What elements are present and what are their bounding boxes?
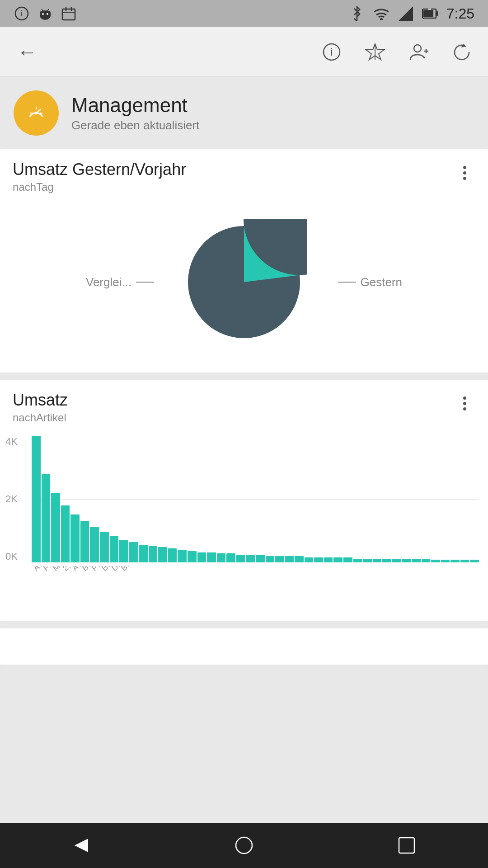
nav-recents-button[interactable] <box>389 827 425 863</box>
bar-24 <box>266 556 275 562</box>
bar-12 <box>149 546 158 562</box>
status-time: 7:25 <box>446 5 474 22</box>
bar-44 <box>460 560 469 562</box>
calendar-status-icon <box>61 5 77 22</box>
x-label-35 <box>373 566 382 602</box>
x-label-14 <box>168 566 177 602</box>
bar-22 <box>246 555 255 562</box>
favorite-action-button[interactable] <box>362 39 388 65</box>
battery-icon <box>422 5 438 22</box>
x-label-19 <box>217 566 226 602</box>
card-1-title-group: Umsatz Gestern/Vorjahr nachTag <box>13 160 186 193</box>
bar-chart-container: 4K 2K 0K Al...Fr...Me...2 Ba...Altd....B… <box>0 431 488 621</box>
bar-chart-inner: 4K 2K 0K <box>32 436 479 562</box>
x-label-44 <box>460 566 469 602</box>
bar-2 <box>51 493 60 562</box>
bar-19 <box>217 553 226 562</box>
x-label-43 <box>450 566 460 602</box>
bar-6 <box>90 527 99 562</box>
bar-15 <box>178 550 187 562</box>
x-label-27 <box>295 566 304 602</box>
x-label-20 <box>226 566 235 602</box>
add-person-action-button[interactable] <box>406 39 431 65</box>
app-bar-left: ← <box>14 38 41 66</box>
nav-home-button[interactable] <box>226 827 262 863</box>
bar-11 <box>139 545 148 562</box>
info-action-button[interactable]: i <box>319 39 344 65</box>
x-label-37 <box>392 566 401 602</box>
bluetooth-icon <box>349 5 365 22</box>
more-dots-icon-2 <box>463 396 466 410</box>
bar-32 <box>343 557 352 562</box>
x-label-45 <box>470 566 479 602</box>
bar-38 <box>402 559 411 562</box>
x-label-29 <box>314 566 323 602</box>
svg-point-14 <box>380 18 383 20</box>
page-title: Management <box>71 94 199 117</box>
card-2-subtitle: nachArtikel <box>13 411 68 424</box>
y-axis: 4K 2K 0K <box>5 436 18 562</box>
card-2-title: Umsatz <box>13 391 68 410</box>
bar-28 <box>305 557 314 562</box>
app-bar: ← i <box>0 27 488 77</box>
nav-back-button[interactable] <box>63 827 99 863</box>
bar-27 <box>295 556 304 562</box>
x-label-38 <box>402 566 411 602</box>
svg-point-8 <box>42 13 44 15</box>
bar-7 <box>100 532 109 562</box>
svg-rect-17 <box>436 11 438 16</box>
x-label-31 <box>333 566 343 602</box>
header-section: Management Gerade eben aktualisiert <box>0 77 488 149</box>
app-logo <box>14 90 59 136</box>
svg-point-33 <box>35 112 38 114</box>
bar-5 <box>80 521 89 562</box>
card-1-header: Umsatz Gestern/Vorjahr nachTag <box>0 149 488 201</box>
bar-23 <box>256 555 265 562</box>
card-2-header: Umsatz nachArtikel <box>0 380 488 431</box>
card-2-title-group: Umsatz nachArtikel <box>13 391 68 424</box>
bar-8 <box>110 536 119 562</box>
status-icons-right: 7:25 <box>349 5 474 22</box>
card-1-more-button[interactable] <box>454 162 475 184</box>
svg-text:i: i <box>21 9 23 18</box>
info-status-icon: i <box>14 5 30 22</box>
pie-right-label: Gestern <box>361 275 403 289</box>
svg-marker-34 <box>75 839 88 852</box>
x-label-13 <box>158 566 167 602</box>
x-label-36 <box>382 566 391 602</box>
bar-10 <box>129 542 138 562</box>
svg-text:i: i <box>331 47 333 58</box>
bar-26 <box>285 556 294 562</box>
bar-9 <box>119 540 128 562</box>
x-label-30 <box>324 566 333 602</box>
bar-13 <box>158 547 167 562</box>
refresh-action-button[interactable] <box>449 39 474 65</box>
x-label-16 <box>188 566 197 602</box>
bar-34 <box>363 559 372 562</box>
bar-33 <box>353 559 362 562</box>
svg-line-6 <box>42 9 43 11</box>
bar-41 <box>431 560 440 562</box>
x-label-26 <box>285 566 294 602</box>
bar-4 <box>70 514 80 562</box>
app-bar-actions: i <box>319 39 474 65</box>
bar-42 <box>441 560 450 562</box>
y-label-2k: 2K <box>5 493 18 505</box>
pie-chart-area: Verglei... <box>0 201 488 373</box>
back-button[interactable]: ← <box>14 38 41 66</box>
nav-bar <box>0 823 488 868</box>
signal-icon <box>398 5 414 22</box>
wifi-icon <box>373 5 389 22</box>
svg-rect-10 <box>62 9 75 20</box>
x-label-25 <box>275 566 284 602</box>
bar-35 <box>373 559 382 562</box>
x-label-40 <box>422 566 431 602</box>
x-label-24 <box>266 566 275 602</box>
svg-point-35 <box>236 837 252 854</box>
more-dots-icon <box>463 166 466 180</box>
card-1-title: Umsatz Gestern/Vorjahr <box>13 160 186 179</box>
bar-29 <box>314 557 323 562</box>
svg-line-7 <box>47 9 49 11</box>
y-label-4k: 4K <box>5 436 18 448</box>
card-2-more-button[interactable] <box>454 392 475 414</box>
